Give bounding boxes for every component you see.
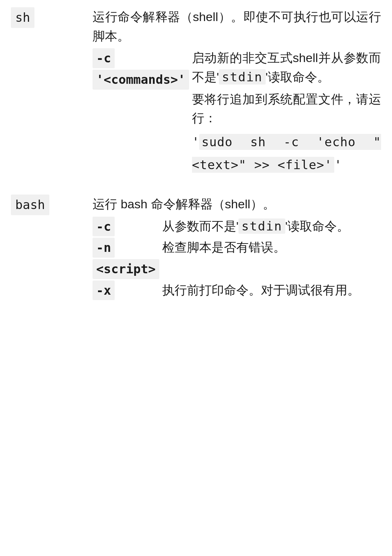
option-description: 启动新的非交互式shell并从参数而不是'stdin'读取命令。 要将行追加到系… (192, 48, 381, 176)
quote: ' (192, 135, 199, 149)
option-flag-cell: -n <script> (93, 238, 162, 280)
text-paragraph: 要将行追加到系统配置文件，请运行： (192, 90, 381, 128)
inline-code: stdin (238, 218, 285, 234)
options-table: -c '<commands>' 启动新的非交互式shell并从参数而不是'std… (93, 48, 381, 176)
code-block: sudo sh -c 'echo "<text>" >> <file>' (192, 134, 381, 173)
option-flag-arg: <script> (93, 259, 159, 279)
option-flag: -n (93, 238, 115, 258)
option-flag: -c (93, 217, 115, 237)
command-entry-bash: bash 运行 bash 命令解释器（shell）。 -c 从参数而不是'std… (11, 195, 381, 302)
option-flag: -x (93, 281, 115, 301)
options-table: -c 从参数而不是'stdin'读取命令。 -n <script> 检查脚本是否… (93, 217, 381, 302)
option-flag: -c (93, 48, 115, 68)
option-flag-cell: -c '<commands>' (93, 48, 192, 176)
option-row: -c 从参数而不是'stdin'读取命令。 (93, 217, 381, 238)
command-desc-cell: 运行 bash 命令解释器（shell）。 -c 从参数而不是'stdin'读取… (93, 195, 381, 302)
option-row: -x 执行前打印命令。对于调试很有用。 (93, 281, 381, 302)
option-flag-cell: -x (93, 281, 162, 302)
command-name-cell: bash (11, 195, 93, 302)
text-segment: '读取命令。 (285, 219, 350, 233)
command-desc-cell: 运行命令解释器（shell）。即使不可执行也可以运行脚本。 -c '<comma… (93, 7, 381, 176)
text-segment: 从参数而不是' (162, 219, 239, 233)
text-segment: '读取命令。 (266, 70, 330, 84)
command-description: 运行命令解释器（shell）。即使不可执行也可以运行脚本。 (93, 7, 381, 45)
option-description: 从参数而不是'stdin'读取命令。 (162, 217, 381, 238)
command-name-cell: sh (11, 7, 93, 176)
command-description: 运行 bash 命令解释器（shell）。 (93, 195, 381, 214)
command-name: bash (11, 195, 49, 215)
option-row: -n <script> 检查脚本是否有错误。 (93, 238, 381, 280)
option-description: 执行前打印命令。对于调试很有用。 (162, 281, 381, 302)
quote: ' (334, 158, 342, 172)
option-flag-cell: -c (93, 217, 162, 238)
command-entry-sh: sh 运行命令解释器（shell）。即使不可执行也可以运行脚本。 -c '<co… (11, 7, 381, 176)
option-description: 检查脚本是否有错误。 (162, 238, 381, 280)
command-name: sh (11, 7, 34, 28)
inline-code: stdin (219, 69, 265, 85)
option-flag-arg: '<commands>' (93, 70, 189, 90)
code-example: 'sudo sh -c 'echo "<text>" >> <file>'' (192, 131, 381, 176)
option-row: -c '<commands>' 启动新的非交互式shell并从参数而不是'std… (93, 48, 381, 176)
